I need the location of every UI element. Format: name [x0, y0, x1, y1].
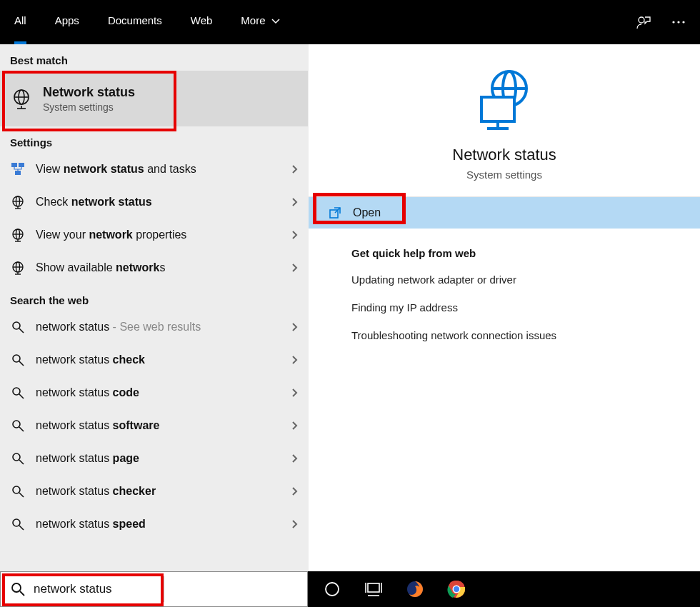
settings-result-item[interactable]: Show available networks	[0, 251, 308, 284]
quick-help-link[interactable]: Updating network adapter or driver	[351, 274, 657, 286]
web-result-item[interactable]: network status code	[0, 376, 308, 409]
svg-point-39	[13, 519, 20, 526]
result-label: network status speed	[36, 518, 146, 531]
quick-help-header: Get quick help from web	[351, 247, 657, 259]
settings-result-item[interactable]: Check network status	[0, 186, 308, 219]
svg-rect-51	[368, 583, 379, 592]
chevron-right-icon	[291, 388, 298, 398]
detail-subtitle: System settings	[466, 169, 542, 181]
settings-result-item[interactable]: View your network properties	[0, 219, 308, 251]
svg-point-58	[454, 586, 459, 592]
globe-icon	[10, 194, 26, 210]
globe-icon	[10, 87, 33, 110]
svg-rect-44	[481, 97, 514, 121]
web-result-item[interactable]: network status software	[0, 409, 308, 442]
open-external-icon	[329, 206, 341, 219]
settings-header: Settings	[0, 126, 308, 153]
search-results-pane: Best match Network status	[0, 44, 308, 571]
search-icon	[10, 483, 26, 499]
best-match-header: Best match	[0, 44, 308, 71]
open-button[interactable]: Open	[309, 197, 700, 229]
svg-rect-9	[11, 163, 17, 167]
svg-line-38	[19, 493, 24, 497]
result-label: network status software	[36, 419, 159, 432]
tab-all[interactable]: All	[0, 0, 41, 44]
chevron-right-icon	[291, 519, 298, 529]
search-icon	[10, 451, 26, 466]
quick-help-link[interactable]: Finding my IP address	[351, 301, 657, 313]
chevron-right-icon	[291, 197, 298, 207]
detail-title: Network status	[452, 146, 556, 164]
search-input[interactable]	[34, 582, 297, 596]
web-result-item[interactable]: network status - See web results	[0, 311, 308, 343]
firefox-icon[interactable]	[404, 578, 426, 601]
globe-icon	[10, 227, 26, 243]
tab-documents[interactable]: Documents	[94, 0, 176, 44]
svg-rect-11	[15, 171, 21, 175]
chevron-right-icon	[291, 453, 298, 463]
chevron-down-icon	[271, 19, 280, 24]
open-label: Open	[353, 206, 381, 219]
feedback-icon[interactable]	[636, 14, 651, 30]
svg-line-30	[19, 361, 24, 366]
search-web-header: Search the web	[0, 284, 308, 311]
svg-line-36	[19, 460, 24, 464]
svg-point-37	[13, 486, 20, 493]
network-center-icon	[10, 161, 26, 177]
task-view-icon[interactable]	[362, 578, 385, 601]
svg-point-27	[13, 322, 20, 329]
chevron-right-icon	[291, 355, 298, 365]
svg-point-29	[13, 355, 20, 362]
web-result-item[interactable]: network status check	[0, 343, 308, 376]
chevron-right-icon	[291, 230, 298, 240]
result-label: network status checker	[36, 485, 156, 498]
quick-help-link[interactable]: Troubleshooting network connection issue…	[351, 329, 657, 341]
search-icon	[10, 385, 26, 401]
result-label: network status check	[36, 353, 145, 366]
search-filter-tabs: All Apps Documents Web More	[0, 0, 700, 44]
network-status-large-icon	[470, 67, 539, 136]
best-match-result[interactable]: Network status System settings	[0, 71, 308, 126]
chevron-right-icon	[291, 263, 298, 273]
search-icon	[10, 418, 26, 433]
svg-point-0	[639, 17, 644, 23]
web-result-item[interactable]: network status checker	[0, 475, 308, 508]
chevron-right-icon	[291, 421, 298, 431]
search-icon	[10, 516, 26, 532]
tab-apps[interactable]: Apps	[41, 0, 94, 44]
tab-web[interactable]: Web	[176, 0, 227, 44]
best-match-subtitle: System settings	[43, 101, 135, 113]
separator	[164, 576, 164, 602]
result-label: network status - See web results	[36, 321, 201, 333]
cortana-icon[interactable]	[321, 578, 344, 601]
result-label: network status page	[36, 452, 139, 465]
chevron-right-icon	[291, 164, 298, 174]
svg-point-1	[672, 21, 674, 23]
search-icon	[11, 582, 25, 596]
svg-rect-10	[19, 163, 24, 167]
result-detail-pane: Network status System settings Open Get	[308, 44, 700, 571]
globe-icon	[10, 260, 26, 276]
svg-point-50	[326, 583, 339, 596]
svg-point-33	[13, 421, 20, 428]
result-label: View your network properties	[36, 229, 186, 241]
search-icon	[10, 319, 26, 335]
svg-line-49	[20, 591, 24, 596]
chevron-right-icon	[291, 322, 298, 332]
svg-point-31	[13, 388, 20, 395]
svg-point-2	[677, 21, 679, 23]
svg-point-3	[682, 21, 684, 23]
more-options-icon[interactable]	[671, 20, 686, 24]
best-match-title: Network status	[43, 85, 135, 100]
web-result-item[interactable]: network status speed	[0, 508, 308, 541]
result-label: network status code	[36, 386, 139, 399]
tab-more[interactable]: More	[226, 0, 294, 44]
svg-line-40	[19, 526, 24, 530]
settings-result-item[interactable]: View network status and tasks	[0, 153, 308, 186]
taskbar-search-box[interactable]	[0, 571, 308, 607]
chrome-icon[interactable]	[445, 578, 468, 601]
svg-point-48	[12, 583, 21, 592]
web-result-item[interactable]: network status page	[0, 442, 308, 475]
svg-line-32	[19, 394, 24, 398]
chevron-right-icon	[291, 486, 298, 496]
